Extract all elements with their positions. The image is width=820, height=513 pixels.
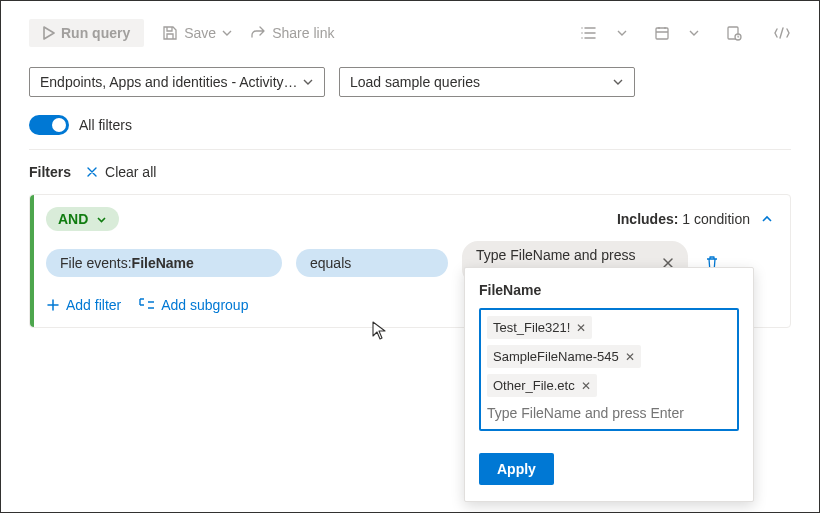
remove-chip-icon[interactable]: ✕	[576, 321, 586, 335]
close-icon	[85, 165, 99, 179]
filename-chip: Test_File321! ✕	[487, 316, 592, 339]
filename-chip: SampleFileName-545 ✕	[487, 345, 641, 368]
collapse-group-icon[interactable]	[760, 212, 774, 226]
save-menu[interactable]: Save	[162, 25, 232, 41]
filename-chip: Other_File.etc ✕	[487, 374, 597, 397]
chevron-down-icon[interactable]	[689, 24, 699, 42]
plus-icon	[46, 298, 60, 312]
add-subgroup-label: Add subgroup	[161, 297, 248, 313]
clear-all-label: Clear all	[105, 164, 156, 180]
filter-operator-label: equals	[310, 255, 351, 271]
scope-dropdown-label: Endpoints, Apps and identities - Activit…	[40, 74, 298, 90]
share-link-button[interactable]: Share link	[250, 25, 334, 41]
chip-label: SampleFileName-545	[493, 349, 619, 364]
all-filters-row: All filters	[29, 115, 791, 135]
app-frame: Run query Save Share link	[0, 0, 820, 513]
subgroup-icon	[139, 298, 155, 312]
sample-queries-dropdown[interactable]: Load sample queries	[339, 67, 635, 97]
chevron-down-icon	[96, 214, 107, 225]
remove-chip-icon[interactable]: ✕	[581, 379, 591, 393]
svg-rect-0	[656, 28, 668, 39]
popover-title: FileName	[479, 282, 739, 298]
all-filters-label: All filters	[79, 117, 132, 133]
sample-queries-label: Load sample queries	[350, 74, 480, 90]
add-filter-label: Add filter	[66, 297, 121, 313]
group-header: AND Includes: 1 condition	[46, 207, 774, 231]
filename-input[interactable]: Test_File321! ✕ SampleFileName-545 ✕ Oth…	[479, 308, 739, 431]
run-query-button[interactable]: Run query	[29, 19, 144, 47]
run-query-label: Run query	[61, 25, 130, 41]
filename-text-input[interactable]	[487, 403, 731, 423]
toolbar: Run query Save Share link	[29, 17, 791, 49]
chevron-down-icon	[612, 76, 624, 88]
save-label: Save	[184, 25, 216, 41]
apply-button[interactable]: Apply	[479, 453, 554, 485]
add-filter-button[interactable]: Add filter	[46, 297, 121, 313]
add-subgroup-button[interactable]: Add subgroup	[139, 297, 248, 313]
includes-prefix: Includes:	[617, 211, 678, 227]
filter-property-prefix: File events:	[60, 255, 132, 271]
chip-label: Other_File.etc	[493, 378, 575, 393]
save-icon	[162, 25, 178, 41]
group-operator-pill[interactable]: AND	[46, 207, 119, 231]
list-view-icon[interactable]	[581, 24, 599, 42]
rules-icon[interactable]	[725, 24, 743, 42]
scope-dropdown[interactable]: Endpoints, Apps and identities - Activit…	[29, 67, 325, 97]
all-filters-toggle[interactable]	[29, 115, 69, 135]
filter-operator-pill[interactable]: equals	[296, 249, 448, 277]
remove-chip-icon[interactable]: ✕	[625, 350, 635, 364]
filter-property-name: FileName	[132, 255, 194, 271]
divider	[29, 149, 791, 150]
includes-count: 1 condition	[682, 211, 750, 227]
calendar-icon[interactable]	[653, 24, 671, 42]
clear-all-button[interactable]: Clear all	[85, 164, 156, 180]
scope-row: Endpoints, Apps and identities - Activit…	[29, 67, 791, 97]
filters-label: Filters	[29, 164, 71, 180]
share-link-label: Share link	[272, 25, 334, 41]
play-icon	[43, 26, 55, 40]
share-icon	[250, 25, 266, 41]
chevron-down-icon[interactable]	[617, 24, 627, 42]
chip-label: Test_File321!	[493, 320, 570, 335]
chevron-down-icon	[302, 76, 314, 88]
chevron-down-icon	[222, 28, 232, 38]
filter-property-pill[interactable]: File events: FileName	[46, 249, 282, 277]
filename-popover: FileName Test_File321! ✕ SampleFileName-…	[464, 267, 754, 502]
format-icon[interactable]	[773, 24, 791, 42]
includes-summary: Includes: 1 condition	[617, 211, 750, 227]
group-operator-label: AND	[58, 211, 88, 227]
filters-header: Filters Clear all	[29, 164, 791, 180]
